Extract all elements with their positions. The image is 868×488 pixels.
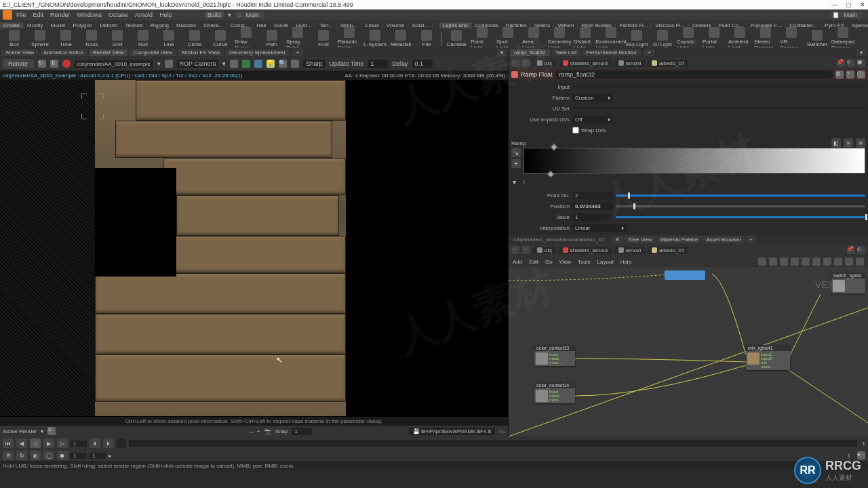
tab-sceneview[interactable]: Scene View (1, 49, 38, 56)
tab-takelist[interactable]: Take List (551, 49, 581, 56)
tool-tube[interactable]: Tube (54, 30, 77, 47)
aov-icon[interactable] (291, 60, 299, 68)
position-slider[interactable] (616, 205, 865, 207)
pause-icon[interactable]: ⏸ (50, 60, 58, 68)
close-icon[interactable]: ✕ (612, 236, 623, 243)
tool-grid[interactable]: Grid (106, 30, 129, 47)
ng-menu-edit[interactable]: Edit (529, 259, 538, 265)
tab-matpalette[interactable]: Material Palette (657, 236, 702, 243)
snap-num[interactable]: 1 (292, 428, 312, 435)
shelf-tab[interactable]: Lights and (439, 22, 472, 28)
menu-octane[interactable]: Octane (106, 12, 131, 18)
crumb-arnold[interactable]: arnold (614, 60, 645, 67)
nav-fwd-icon[interactable]: → (522, 59, 530, 67)
next-frame-icon[interactable]: ▷ (57, 439, 68, 448)
interp-dropdown[interactable]: Linear♦ (572, 224, 627, 232)
menu-render[interactable]: Render (47, 12, 73, 18)
shelf-tab[interactable]: Muscles (173, 22, 200, 28)
tool-sphere[interactable]: Sphere (28, 30, 52, 47)
ng-menu-layout[interactable]: Layout (597, 259, 614, 265)
add-tab-icon[interactable]: + (746, 236, 756, 243)
shelf-tab[interactable]: Terr... (316, 22, 337, 28)
shelf-tab[interactable]: Solid... (408, 22, 432, 28)
pattern-dropdown[interactable]: Custom♦ (572, 94, 613, 102)
jump-to-icon[interactable] (165, 60, 173, 68)
tool-box[interactable]: Box (3, 30, 26, 47)
shelf-tab[interactable]: Deform (96, 22, 121, 28)
loop-icon[interactable]: ↕ (522, 178, 526, 186)
ramp-add-point-icon[interactable]: ↘ (511, 148, 521, 157)
tab-compview[interactable]: Composite View (129, 49, 176, 56)
ng-icon[interactable] (812, 258, 821, 266)
ramp-preset-icon[interactable]: ◧ (831, 138, 841, 148)
info-icon[interactable]: ⓘ (857, 70, 865, 79)
tab-perfmon[interactable]: Performance Monitor (582, 49, 641, 56)
chevron-down-icon[interactable]: ▾ (225, 12, 234, 18)
pin-icon[interactable]: 📌 (847, 246, 855, 254)
crumb-shaders[interactable]: shaders_arnold (559, 60, 612, 67)
input-field[interactable] (572, 86, 865, 87)
play-rev-icon[interactable]: ◁ (30, 439, 41, 448)
pointno-slider[interactable] (616, 195, 865, 197)
crumb-obj[interactable]: obj (533, 60, 556, 67)
ng-icon[interactable] (780, 258, 788, 266)
ng-icon[interactable] (845, 258, 853, 266)
camera-dropdown[interactable]: ROP Camera (177, 60, 219, 68)
frame-field[interactable]: 1 (71, 441, 87, 447)
tool-camera[interactable]: Camera (445, 30, 468, 47)
tool-lsystem[interactable]: L-System (363, 30, 387, 47)
ramp-copy-icon[interactable]: ⎘ (844, 138, 853, 148)
ramp-gear-icon[interactable]: ✲ (856, 138, 865, 148)
render-button[interactable]: Render (3, 59, 34, 68)
tool-gilight[interactable]: GI Light (651, 30, 674, 47)
chevron-down-icon[interactable]: ▾ (41, 428, 43, 434)
node-switch[interactable]: switch_rgba2 (831, 272, 865, 293)
gear-icon[interactable]: ⚙ (835, 70, 844, 79)
tool-metaball[interactable]: Metaball (389, 30, 412, 47)
wrap-uv-checkbox[interactable]: Wrap UVs (572, 127, 606, 134)
ng-icon[interactable] (856, 258, 864, 266)
link-icon[interactable]: ⎋ (847, 59, 855, 67)
maximize-icon[interactable]: ▢ (846, 1, 852, 8)
snapshot-icon[interactable] (230, 60, 238, 68)
snapshot-path-field[interactable]: 💾 $HIP/ipr/$SNAPNAME.$F4.$ (409, 428, 495, 435)
render-viewport[interactable]: /obj/render/AA_0010_example · Arnold 6.2… (0, 70, 508, 426)
range-end[interactable]: 1 (90, 453, 106, 459)
pb-icon[interactable]: ⚙ (3, 451, 14, 460)
tab-geospread[interactable]: Geometry Spreadsheet (225, 49, 290, 56)
nav-back-icon[interactable]: ← (511, 59, 519, 67)
crumb-albedo[interactable]: albedo_07 (648, 247, 688, 254)
ng-icon[interactable] (791, 258, 799, 266)
close-icon[interactable]: ✕ (860, 1, 865, 8)
shelf-tab[interactable]: Modify (24, 22, 47, 28)
value-field[interactable]: 1 (572, 214, 613, 221)
menu-help[interactable]: Help (157, 12, 175, 18)
camera-icon[interactable]: 📷 (264, 428, 271, 434)
pointno-field[interactable]: 2 (572, 192, 613, 199)
ng-menu-view[interactable]: View (559, 259, 571, 265)
shelf-tab[interactable]: Polygon (69, 22, 96, 28)
value-slider[interactable] (616, 216, 865, 218)
new-pane-icon[interactable]: ▣ (857, 59, 865, 67)
prev-frame-icon[interactable]: ◀ (16, 439, 27, 448)
ng-menu-tools[interactable]: Tools (578, 259, 591, 265)
stop-icon[interactable] (62, 60, 71, 68)
tab-ramp[interactable]: ramp_float32 (510, 49, 550, 56)
shelf-tab[interactable]: Cloud (361, 22, 383, 28)
tool-file[interactable]: File (415, 30, 438, 47)
nav-fwd-icon[interactable]: → (522, 246, 530, 254)
menu-windows[interactable]: Windows (75, 12, 105, 18)
chevron-down-icon[interactable]: ▾ (222, 60, 226, 67)
node-cc13[interactable]: color_correct13 inputmaskmore… (534, 345, 575, 366)
shelf-tab[interactable]: Volume (383, 22, 409, 28)
ramp-gradient[interactable] (524, 148, 865, 174)
shelf-tab[interactable]: Model (47, 22, 70, 28)
node-graph[interactable]: VEX color_correct13 inputmaskmore… color… (509, 267, 868, 436)
ng-icon[interactable] (834, 258, 842, 266)
node-mix[interactable]: mix_rgba41 input1input2mixmore… (746, 345, 790, 370)
tab-renderview[interactable]: Render View (89, 49, 128, 56)
ng-menu-add[interactable]: Add (513, 259, 522, 265)
shelf-tab[interactable]: Rigging (147, 22, 173, 28)
shelf-create[interactable]: Create (0, 22, 24, 28)
close-icon[interactable]: ✕ (47, 427, 56, 435)
